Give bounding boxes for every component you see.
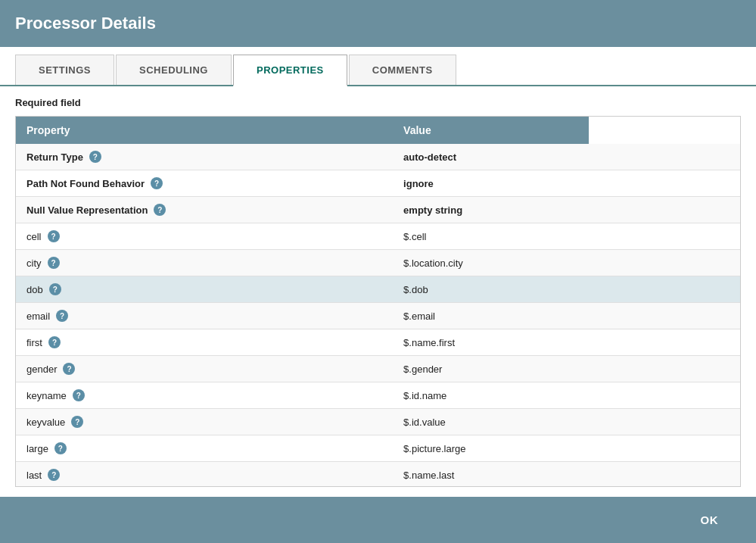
- help-icon[interactable]: ?: [56, 310, 68, 322]
- extra-cell: [589, 462, 740, 488]
- property-cell: dob?: [16, 276, 393, 303]
- value-cell: $.gender: [393, 356, 589, 382]
- header: Processor Details: [0, 0, 756, 47]
- table-row[interactable]: dob?$.dob: [16, 276, 740, 303]
- table-row[interactable]: large?$.picture.large: [16, 435, 740, 462]
- extra-cell: [589, 303, 740, 329]
- extra-cell: [589, 170, 740, 197]
- property-cell: Path Not Found Behavior?: [16, 170, 393, 197]
- required-field-label: Required field: [15, 97, 741, 108]
- help-icon[interactable]: ?: [54, 442, 67, 454]
- property-name: keyname: [26, 390, 67, 401]
- extra-cell: [589, 382, 740, 409]
- property-cell: city?: [16, 250, 393, 276]
- help-icon[interactable]: ?: [151, 177, 163, 189]
- property-name: Null Value Representation: [26, 204, 148, 216]
- extra-cell: [589, 250, 740, 276]
- property-name: large: [26, 443, 48, 454]
- main-content: Required field Property Value Return Typ…: [0, 86, 756, 487]
- help-icon[interactable]: ?: [48, 469, 60, 481]
- property-cell: email?: [16, 303, 393, 329]
- value-cell: $.location.city: [393, 250, 589, 276]
- property-name: last: [26, 470, 42, 481]
- value-cell: $.dob: [393, 276, 589, 303]
- property-cell: keyname?: [16, 382, 393, 409]
- property-name: gender: [26, 364, 57, 375]
- property-name: dob: [26, 284, 43, 295]
- table-header-row: Property Value: [16, 117, 740, 144]
- property-cell: large?: [16, 435, 393, 462]
- help-icon[interactable]: ?: [49, 283, 61, 295]
- value-cell: $.cell: [393, 223, 589, 250]
- property-cell: Null Value Representation?: [16, 197, 393, 223]
- property-cell: first?: [16, 329, 393, 356]
- table-row[interactable]: Return Type?auto-detect: [16, 144, 740, 170]
- properties-table: Property Value Return Type?auto-detectPa…: [16, 117, 740, 487]
- extra-cell: [589, 356, 740, 382]
- tab-comments[interactable]: COMMENTS: [349, 55, 456, 85]
- help-icon[interactable]: ?: [73, 389, 85, 401]
- extra-cell: [589, 223, 740, 250]
- property-name: Path Not Found Behavior: [26, 178, 145, 189]
- property-cell: cell?: [16, 223, 393, 250]
- extra-cell: [589, 409, 740, 435]
- table-row[interactable]: last?$.name.last: [16, 462, 740, 488]
- table-row[interactable]: city?$.location.city: [16, 250, 740, 276]
- property-name: city: [26, 257, 42, 269]
- value-cell: $.name.last: [393, 462, 589, 488]
- extra-cell: [589, 144, 740, 170]
- ok-button[interactable]: OK: [678, 506, 742, 534]
- property-name: keyvalue: [26, 417, 65, 428]
- tab-properties[interactable]: PROPERTIES: [233, 55, 347, 86]
- help-icon[interactable]: ?: [154, 204, 166, 216]
- table-row[interactable]: Path Not Found Behavior?ignore: [16, 170, 740, 197]
- help-icon[interactable]: ?: [71, 416, 83, 428]
- table-row[interactable]: keyname?$.id.name: [16, 382, 740, 409]
- value-cell: auto-detect: [393, 144, 589, 170]
- help-icon[interactable]: ?: [48, 230, 60, 242]
- property-cell: keyvalue?: [16, 409, 393, 435]
- property-name: cell: [26, 231, 42, 242]
- value-cell: $.picture.large: [393, 435, 589, 462]
- column-value: Value: [393, 117, 589, 144]
- value-cell: $.name.first: [393, 329, 589, 356]
- table-row[interactable]: gender?$.gender: [16, 356, 740, 382]
- table-row[interactable]: first?$.name.first: [16, 329, 740, 356]
- property-cell: Return Type?: [16, 144, 393, 170]
- value-cell: $.id.value: [393, 409, 589, 435]
- help-icon[interactable]: ?: [63, 363, 75, 375]
- property-name: email: [26, 311, 50, 322]
- table-row[interactable]: email?$.email: [16, 303, 740, 329]
- extra-cell: [589, 329, 740, 356]
- value-cell: $.id.name: [393, 382, 589, 409]
- property-cell: gender?: [16, 356, 393, 382]
- footer: OK: [0, 497, 756, 543]
- help-icon[interactable]: ?: [48, 336, 61, 348]
- property-name: Return Type: [26, 151, 83, 163]
- tab-settings[interactable]: SETTINGS: [15, 55, 114, 85]
- extra-cell: [589, 435, 740, 462]
- value-cell: $.email: [393, 303, 589, 329]
- table-row[interactable]: cell?$.cell: [16, 223, 740, 250]
- property-name: first: [26, 337, 42, 348]
- column-property: Property: [16, 117, 393, 144]
- properties-table-container[interactable]: Property Value Return Type?auto-detectPa…: [15, 116, 741, 487]
- page-title: Processor Details: [15, 14, 156, 33]
- tabs-bar: SETTINGS SCHEDULING PROPERTIES COMMENTS: [0, 55, 756, 86]
- help-icon[interactable]: ?: [48, 257, 60, 269]
- value-cell: ignore: [393, 170, 589, 197]
- tab-scheduling[interactable]: SCHEDULING: [116, 55, 232, 85]
- extra-cell: [589, 197, 740, 223]
- value-cell: empty string: [393, 197, 589, 223]
- property-cell: last?: [16, 462, 393, 488]
- extra-cell: [589, 276, 740, 303]
- table-row[interactable]: keyvalue?$.id.value: [16, 409, 740, 435]
- help-icon[interactable]: ?: [89, 151, 101, 163]
- table-row[interactable]: Null Value Representation?empty string: [16, 197, 740, 223]
